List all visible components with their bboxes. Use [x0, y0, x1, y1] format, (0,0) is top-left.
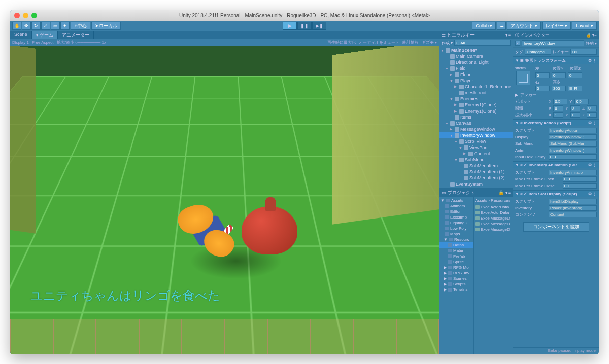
static-dropdown[interactable]: 静的 ▾ — [586, 41, 597, 46]
collab-button[interactable]: Collab ▾ — [472, 22, 496, 30]
rot-y[interactable]: 0 — [570, 105, 581, 111]
hierarchy-item[interactable]: ▼Canvas — [439, 120, 513, 126]
hierarchy-item[interactable]: ▼ScrollView — [439, 138, 513, 144]
pause-button[interactable]: ❚❚ — [297, 22, 312, 30]
hierarchy-search[interactable]: Q All — [454, 40, 511, 46]
hierarchy-item[interactable]: EventSystem — [439, 181, 513, 187]
layer-dropdown[interactable]: UI — [570, 49, 597, 55]
titlebar[interactable]: Unity 2018.4.21f1 Personal - MainScene.u… — [10, 10, 599, 21]
posz-field[interactable]: 0 — [568, 72, 582, 78]
pivot-y[interactable]: 0.5 — [574, 99, 589, 104]
project-file[interactable]: ExcelMessageD — [474, 215, 513, 221]
close-icon[interactable] — [14, 13, 20, 18]
project-file[interactable]: ExcelActorData — [474, 204, 513, 210]
hierarchy-header[interactable]: ☰ ヒエラルキー ▾≡ — [439, 31, 513, 39]
project-folder[interactable]: ▶Scenes — [439, 276, 473, 281]
anchor-preset[interactable]: stretch — [513, 65, 533, 92]
project-folder[interactable]: Prefab — [439, 253, 473, 259]
rot-z[interactable]: 0 — [587, 105, 597, 111]
hierarchy-item[interactable]: ▼Enemies — [439, 96, 513, 102]
slot[interactable] — [396, 319, 439, 354]
mute-toggle[interactable]: オーディオをミュート — [359, 40, 399, 45]
hierarchy-item[interactable]: ▶Enemy1(Clone) — [439, 102, 513, 108]
move-tool-icon[interactable]: ✥ — [22, 22, 31, 30]
pivot-center-button[interactable]: ⊕中心 — [71, 22, 90, 30]
item-slot-display-header[interactable]: ▼ # ✓Item Slot Display (Script) ⚙ ⋮ — [513, 190, 599, 197]
create-dropdown[interactable]: 作成 ▾ — [442, 40, 453, 46]
transform-tool-icon[interactable]: ✦ — [60, 22, 70, 30]
layout-button[interactable]: Layout ▾ — [572, 22, 597, 30]
script-field[interactable]: InventoryAction — [549, 128, 597, 133]
scale-slider[interactable]: 拡大/縮小 ○──────── 1x — [57, 40, 106, 45]
tab-scene[interactable]: Scene — [10, 31, 32, 39]
inventory-action-header[interactable]: ▼ #Inventory Action (Script) ⚙ ⋮ — [513, 119, 599, 126]
content-field[interactable]: Content — [549, 212, 597, 217]
project-folder[interactable]: Maps — [439, 231, 473, 237]
posy-field[interactable]: 0 — [552, 72, 566, 78]
slot[interactable] — [53, 319, 96, 354]
aspect-dropdown[interactable]: Free Aspect — [32, 40, 54, 45]
hierarchy-item[interactable]: ▶MessageWindow — [439, 126, 513, 132]
submenu-field[interactable]: SubMenu (SubMer — [549, 141, 597, 147]
panel-menu-icon[interactable]: ▾≡ — [505, 32, 511, 38]
project-folder[interactable]: ▶RPG_inv — [439, 270, 473, 276]
name-field[interactable]: InventoryWindow — [522, 40, 584, 46]
gear-icon[interactable]: ⚙ ⋮ — [588, 192, 597, 196]
slot[interactable] — [10, 319, 53, 354]
slot[interactable] — [96, 319, 139, 354]
scale-x[interactable]: 1 — [553, 112, 563, 118]
project-folder[interactable]: Sprite — [439, 259, 473, 265]
pivot-x[interactable]: 0.5 — [553, 99, 567, 104]
project-folders[interactable]: ▼AssetsAnimatoEditorExcelImpFightingULow… — [439, 197, 474, 354]
slot[interactable] — [267, 319, 311, 354]
project-file[interactable]: ExcelMessageD — [474, 227, 513, 232]
rot-x[interactable]: 0 — [553, 105, 563, 111]
slot[interactable] — [225, 319, 268, 354]
close-field[interactable]: 0.1 — [563, 183, 597, 189]
tag-dropdown[interactable]: Untagged — [525, 49, 551, 55]
hierarchy-item[interactable]: ▶Character1_Reference — [439, 84, 513, 90]
project-folder[interactable]: Mater — [439, 248, 473, 253]
layers-button[interactable]: レイヤー ▾ — [542, 22, 571, 30]
scale-tool-icon[interactable]: ⤢ — [41, 22, 50, 30]
hierarchy-item[interactable]: ▶Content — [439, 151, 513, 157]
tab-animator[interactable]: アニメーター — [58, 31, 94, 39]
hierarchy-item[interactable]: ▼SubMenu — [439, 157, 513, 163]
game-viewport[interactable]: ユニティちゃんはリンゴを食べた — [10, 46, 439, 354]
hierarchy-item[interactable]: SubMenuItem (2) — [439, 175, 513, 181]
hierarchy-item[interactable]: Items — [439, 114, 513, 120]
project-files[interactable]: Assets › Resources ExcelActorDataExcelAc… — [474, 197, 513, 354]
gear-icon[interactable]: ⚙ ⋮ — [588, 163, 597, 167]
inventory-animation-header[interactable]: ▼ # ✓Inventory Animation (Scr ⚙ ⋮ — [513, 161, 599, 168]
project-folder[interactable]: ▶Scripts — [439, 281, 473, 287]
hold-field[interactable]: 0.3 — [549, 154, 597, 160]
open-field[interactable]: 0.3 — [563, 176, 597, 182]
step-button[interactable]: ▶❚ — [312, 22, 326, 30]
scale-z[interactable]: 1 — [587, 112, 597, 118]
anim-field[interactable]: InventoryWindow ( — [549, 148, 597, 153]
project-folder[interactable]: Datas — [439, 242, 473, 248]
hierarchy-item[interactable]: Directional Light — [439, 59, 513, 65]
project-folder[interactable]: Low Poly — [439, 226, 473, 231]
slot[interactable] — [139, 319, 182, 354]
display-dropdown[interactable]: Display 1 — [12, 40, 29, 45]
lock-icon[interactable]: 🔒 ▾≡ — [586, 33, 597, 38]
script-field[interactable]: InventoryAnimatio — [549, 170, 597, 175]
hierarchy-item[interactable]: ▼Field — [439, 65, 513, 71]
maximize-toggle[interactable]: 再生時に最大化 — [327, 40, 356, 45]
project-folder[interactable]: ExcelImp — [439, 214, 473, 220]
hierarchy-item[interactable]: ▼InventoryWindow — [439, 132, 513, 138]
project-file[interactable]: ExcelActorData — [474, 210, 513, 215]
active-checkbox[interactable]: ✓ — [515, 41, 520, 46]
pivot-local-button[interactable]: ➤ローカル — [91, 22, 121, 30]
blueprint-icon[interactable]: ⊞ R — [568, 86, 582, 91]
project-folder[interactable]: ▶Terrains — [439, 287, 473, 293]
rotate-tool-icon[interactable]: ↻ — [31, 22, 41, 30]
minimize-icon[interactable] — [23, 13, 28, 18]
hierarchy-item[interactable]: Main Camera — [439, 53, 513, 59]
slot[interactable] — [311, 319, 354, 354]
play-button[interactable]: ▶ — [283, 22, 297, 30]
slot[interactable] — [353, 319, 396, 354]
scale-y[interactable]: 1 — [570, 112, 581, 118]
inventory-field[interactable]: Player (Inventory) — [549, 205, 597, 211]
